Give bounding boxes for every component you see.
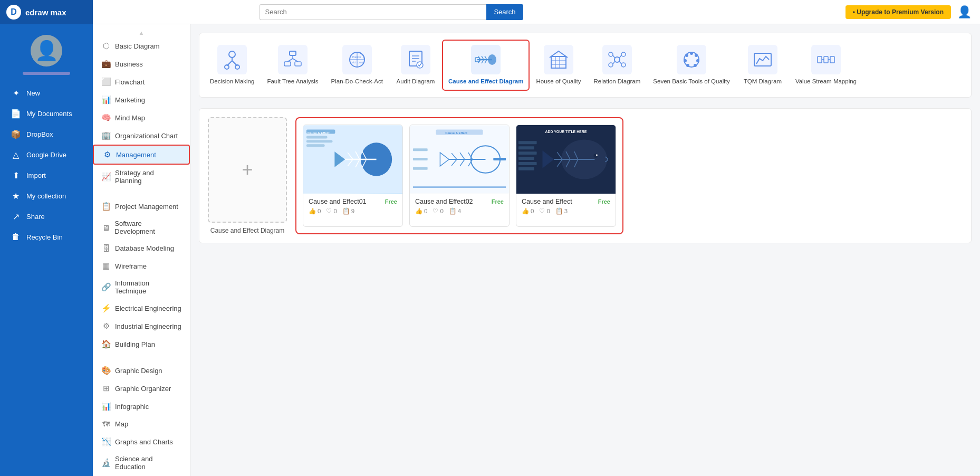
sidebar-item-recycle-bin[interactable]: 🗑 Recycle Bin [4,227,89,246]
sidebar-item-new[interactable]: ✦ New [4,83,89,103]
secondary-item-business[interactable]: 💼 Business [93,55,190,73]
secondary-item-strategy[interactable]: 📈 Strategy and Planning [93,165,190,189]
secondary-item-industrial[interactable]: ⚙ Industrial Engineering [93,317,190,335]
secondary-item-graphic-org[interactable]: ⊞ Graphic Organizer [93,379,190,397]
search-input[interactable] [260,4,487,20]
sidebar-item-my-documents[interactable]: 📄 My Documents [4,104,89,123]
management-icon: ⚙ [102,150,112,159]
sidebar-item-my-collection[interactable]: ★ My collection [4,186,89,206]
copies-ce01: 📋 9 [342,207,354,215]
value-stream-label: Value Stream Mapping [795,78,857,85]
template-title-ce01: Cause and Effect01 [309,198,367,205]
sidebar-item-my-collection-label: My collection [26,192,66,200]
category-item-tqm[interactable]: TQM Diagram [736,40,789,91]
svg-text:Do: Do [358,55,361,59]
secondary-item-marketing[interactable]: 📊 Marketing [93,91,190,109]
category-row: Decision Making Fault Tree Analys [199,33,972,98]
sidebar-item-google-drive[interactable]: △ Google Drive [4,145,89,165]
secondary-item-org-chart[interactable]: 🏢 Organizational Chart [93,127,190,145]
strategy-icon: 📈 [101,172,111,182]
copy-icon-ce03: 📋 [555,207,563,215]
secondary-item-info-tech[interactable]: 🔗 Information Technique [93,275,190,299]
category-item-house-quality[interactable]: House of Quality [530,40,587,91]
flowchart-icon: ⬜ [101,77,111,87]
template-card-ce03[interactable]: ADD YOUR TITLE HERE [516,125,616,227]
secondary-item-map[interactable]: 🗺 Map [93,415,190,433]
secondary-item-software-dev[interactable]: 🖥 Software Development [93,215,190,240]
svg-point-52 [696,59,699,62]
like-icon-ce01: 👍 [309,207,316,215]
secondary-item-project-mgmt[interactable]: 📋 Project Management [93,197,190,215]
search-bar: Search [260,4,523,20]
sidebar-divider-1 [93,189,190,197]
sidebar-item-import[interactable]: ⬆ Import [4,166,89,185]
like-count-ce02: 0 [424,208,427,214]
graphs-charts-icon: 📉 [101,437,111,446]
category-item-cause-effect[interactable]: Cause and Effect Diagram [442,40,530,91]
secondary-item-basic-diagram[interactable]: ⬡ Basic Diagram [93,37,190,55]
my-documents-icon: 📄 [11,109,21,119]
app-logo[interactable]: D edraw max [0,0,93,24]
category-item-seven-basic[interactable]: Seven Basic Tools of Quality [647,40,736,91]
sidebar-item-dropbox-label: DropBox [26,130,53,138]
secondary-item-electrical[interactable]: ⚡ Electrical Engineering [93,299,190,317]
secondary-item-building[interactable]: 🏠 Building Plan [93,335,190,353]
templates-highlighted-container: Cause & Effect Cause and Effect01 Free [295,117,623,234]
svg-point-50 [690,52,693,55]
secondary-item-mind-map[interactable]: 🧠 Mind Map [93,109,190,127]
template-title-ce02: Cause and Effect02 [415,198,473,205]
secondary-item-science-edu[interactable]: 🔬 Science and Education [93,451,190,475]
decision-making-label: Decision Making [210,78,254,85]
new-template-wrapper: + Cause and Effect Diagram [208,117,287,234]
category-item-fault-tree[interactable]: Fault Tree Analysis [261,40,324,91]
category-item-relation[interactable]: Relation Diagram [587,40,647,91]
svg-line-46 [619,55,621,58]
search-button[interactable]: Search [486,4,523,20]
category-item-plan-do[interactable]: Plan Do Act Check Plan-Do-Check-Act [325,40,389,91]
logo-icon: D [6,5,21,20]
template-info-ce03: Cause and Effect Free 👍 0 ♡ [516,194,616,218]
house-quality-label: House of Quality [536,78,581,85]
secondary-item-infographic[interactable]: 📊 Infographic [93,397,190,415]
graphic-org-icon: ⊞ [101,384,111,393]
svg-line-9 [293,59,298,62]
svg-rect-10 [284,62,291,66]
user-profile-icon[interactable]: 👤 [957,5,972,19]
thumb-svg-ce02: Cause & Effect [410,125,509,194]
category-item-value-stream[interactable]: Value Stream Mapping [789,40,863,91]
graphic-design-icon: 🎨 [101,366,111,375]
sidebar-item-dropbox[interactable]: 📦 DropBox [4,125,89,144]
secondary-item-flowchart[interactable]: ⬜ Flowchart [93,73,190,91]
plan-do-icon-wrap: Plan Do Act Check [342,45,372,74]
secondary-item-graphs-charts[interactable]: 📉 Graphs and Charts [93,433,190,451]
electrical-icon: ⚡ [101,303,111,313]
secondary-sidebar: ▲ ⬡ Basic Diagram 💼 Business ⬜ Flowchart… [93,24,190,476]
sidebar-item-google-drive-label: Google Drive [26,151,66,159]
database-icon: 🗄 [101,244,111,253]
svg-rect-60 [830,56,834,63]
my-collection-icon: ★ [11,191,21,201]
map-icon: 🗺 [101,420,111,429]
sidebar-item-recycle-bin-label: Recycle Bin [26,233,63,241]
sidebar-item-share[interactable]: ↗ Share [4,207,89,226]
svg-rect-114 [518,162,537,165]
template-card-ce02[interactable]: Cause & Effect [409,125,510,227]
svg-rect-76 [306,136,328,138]
avatar[interactable]: 👤 [31,35,62,66]
template-badge-ce01: Free [385,198,397,205]
category-item-decision-making[interactable]: Decision Making [204,40,261,91]
secondary-label-graphic-org: Graphic Organizer [115,385,171,393]
secondary-item-graphic-design[interactable]: 🎨 Graphic Design [93,361,190,379]
template-card-ce01[interactable]: Cause & Effect Cause and Effect01 Free [303,125,403,227]
secondary-item-database[interactable]: 🗄 Database Modeling [93,240,190,257]
new-template-card[interactable]: + [208,117,287,223]
svg-rect-113 [518,157,534,160]
svg-rect-115 [518,167,534,170]
category-item-audit[interactable]: Audit Diagram [389,40,442,91]
likes-ce01: 👍 0 [309,207,321,215]
secondary-item-wireframe[interactable]: ▦ Wireframe [93,257,190,275]
upgrade-button[interactable]: • Upgrade to Premium Version [846,5,951,19]
template-stats-ce03: 👍 0 ♡ 0 📋 3 [522,207,610,215]
template-badge-ce02: Free [492,198,504,205]
secondary-item-management[interactable]: ⚙ Management [93,145,190,165]
